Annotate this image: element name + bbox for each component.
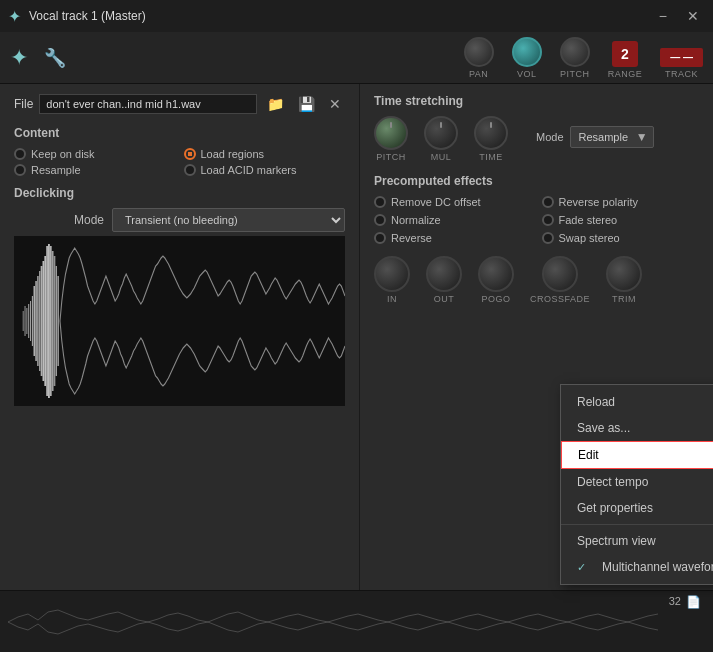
pogo-label: POGO (481, 294, 510, 304)
ts-pitch-knob[interactable] (374, 116, 408, 150)
effects-knobs-row: IN OUT POGO CROSSFADE TRIM (374, 256, 699, 304)
menu-separator (561, 524, 713, 525)
out-knob[interactable] (426, 256, 462, 292)
reverse-label: Reverse (391, 232, 432, 244)
ts-mode-label: Mode (536, 131, 564, 143)
bottom-waveform-svg (8, 602, 658, 642)
content-title: Content (14, 126, 345, 140)
waveform-svg (14, 236, 345, 406)
menu-item-spectrum[interactable]: Spectrum view (561, 528, 713, 554)
effect-reverse[interactable]: Reverse (374, 232, 532, 244)
declicking-title: Declicking (14, 186, 345, 200)
menu-item-multichannel[interactable]: ✓ Multichannel waveform view (561, 554, 713, 580)
normalize-radio[interactable] (374, 214, 386, 226)
trim-knob[interactable] (606, 256, 642, 292)
crossfade-label: CROSSFADE (530, 294, 590, 304)
vol-knob[interactable] (512, 37, 542, 67)
load-regions-label: Load regions (201, 148, 265, 160)
resample-radio[interactable] (14, 164, 26, 176)
menu-item-get-properties-label: Get properties (577, 501, 653, 515)
folder-icon-button[interactable]: 📁 (263, 94, 288, 114)
wrench-icon: 🔧 (44, 47, 66, 69)
menu-item-edit[interactable]: Edit Ctrl+E (561, 441, 713, 469)
swap-stereo-radio[interactable] (542, 232, 554, 244)
star-toolbar-icon: ✦ (10, 45, 28, 71)
ts-mul-label: MUL (431, 152, 452, 162)
pogo-knob[interactable] (478, 256, 514, 292)
ts-time-label: TIME (479, 152, 503, 162)
ts-mul-group: MUL (424, 116, 458, 162)
menu-item-get-properties[interactable]: Get properties (561, 495, 713, 521)
load-acid-label: Load ACID markers (201, 164, 297, 176)
menu-item-reload-label: Reload (577, 395, 615, 409)
pitch-knob[interactable] (560, 37, 590, 67)
ts-top-row: PITCH MUL TIME Mode Resample ▼ (374, 116, 699, 162)
menu-item-detect-tempo[interactable]: Detect tempo (561, 469, 713, 495)
minimize-button[interactable]: − (653, 6, 673, 26)
reverse-polarity-radio[interactable] (542, 196, 554, 208)
load-regions-option[interactable]: Load regions (184, 148, 346, 160)
menu-item-saveas[interactable]: Save as... (561, 415, 713, 441)
menu-item-spectrum-label: Spectrum view (577, 534, 656, 548)
pitch-group: PITCH (560, 37, 590, 79)
trim-label: TRIM (612, 294, 636, 304)
in-knob[interactable] (374, 256, 410, 292)
keep-on-disk-radio[interactable] (14, 148, 26, 160)
file-icon: 📄 (686, 595, 701, 609)
reverse-polarity-label: Reverse polarity (559, 196, 638, 208)
right-panel: Time stretching PITCH MUL TIME Mode Resa… (360, 84, 713, 652)
ts-mul-knob[interactable] (424, 116, 458, 150)
track-count: 32 (669, 595, 681, 607)
menu-item-multichannel-label: Multichannel waveform view (602, 560, 713, 574)
load-acid-option[interactable]: Load ACID markers (184, 164, 346, 176)
fade-stereo-radio[interactable] (542, 214, 554, 226)
close-button[interactable]: ✕ (681, 6, 705, 26)
range-label: RANGE (608, 69, 643, 79)
toolbar: ✦ 🔧 PAN VOL PITCH 2 RANGE — — TRACK (0, 32, 713, 84)
save-icon-button[interactable]: 💾 (294, 94, 319, 114)
effect-remove-dc[interactable]: Remove DC offset (374, 196, 532, 208)
vol-label: VOL (517, 69, 537, 79)
effect-fade-stereo[interactable]: Fade stereo (542, 214, 700, 226)
load-acid-radio[interactable] (184, 164, 196, 176)
range-group: 2 RANGE (608, 41, 643, 79)
waveform-container (14, 236, 345, 406)
effect-normalize[interactable]: Normalize (374, 214, 532, 226)
keep-on-disk-option[interactable]: Keep on disk (14, 148, 176, 160)
ts-time-knob[interactable] (474, 116, 508, 150)
pan-group: PAN (464, 37, 494, 79)
ts-mode-wrapper: Mode Resample ▼ (536, 126, 654, 148)
file-row: File 📁 💾 ✕ (14, 94, 345, 114)
menu-item-saveas-label: Save as... (577, 421, 630, 435)
track-group: — — TRACK (660, 48, 703, 79)
pogo-knob-group: POGO (478, 256, 514, 304)
pan-knob[interactable] (464, 37, 494, 67)
effect-swap-stereo[interactable]: Swap stereo (542, 232, 700, 244)
pitch-label: PITCH (560, 69, 590, 79)
trim-knob-group: TRIM (606, 256, 642, 304)
crossfade-knob-group: CROSSFADE (530, 256, 590, 304)
effect-reverse-polarity[interactable]: Reverse polarity (542, 196, 700, 208)
star-icon: ✦ (8, 7, 21, 26)
reverse-radio[interactable] (374, 232, 386, 244)
fade-stereo-label: Fade stereo (559, 214, 618, 226)
resample-option[interactable]: Resample (14, 164, 176, 176)
toolbar-right: PAN VOL PITCH 2 RANGE — — TRACK (464, 37, 703, 79)
remove-dc-radio[interactable] (374, 196, 386, 208)
ts-mode-select[interactable]: Resample (570, 126, 654, 148)
ts-title: Time stretching (374, 94, 699, 108)
precomputed-grid: Remove DC offset Reverse polarity Normal… (374, 196, 699, 244)
menu-item-reload[interactable]: Reload (561, 389, 713, 415)
swap-stereo-label: Swap stereo (559, 232, 620, 244)
track-button[interactable]: — — (660, 48, 703, 67)
vol-group: VOL (512, 37, 542, 79)
resample-label: Resample (31, 164, 81, 176)
close-file-button[interactable]: ✕ (325, 94, 345, 114)
load-regions-radio[interactable] (184, 148, 196, 160)
svg-rect-41 (8, 602, 658, 642)
title-bar: ✦ Vocal track 1 (Master) − ✕ (0, 0, 713, 32)
remove-dc-label: Remove DC offset (391, 196, 481, 208)
declicking-mode-select[interactable]: Transient (no bleeding) (112, 208, 345, 232)
crossfade-knob[interactable] (542, 256, 578, 292)
file-name-input[interactable] (39, 94, 257, 114)
